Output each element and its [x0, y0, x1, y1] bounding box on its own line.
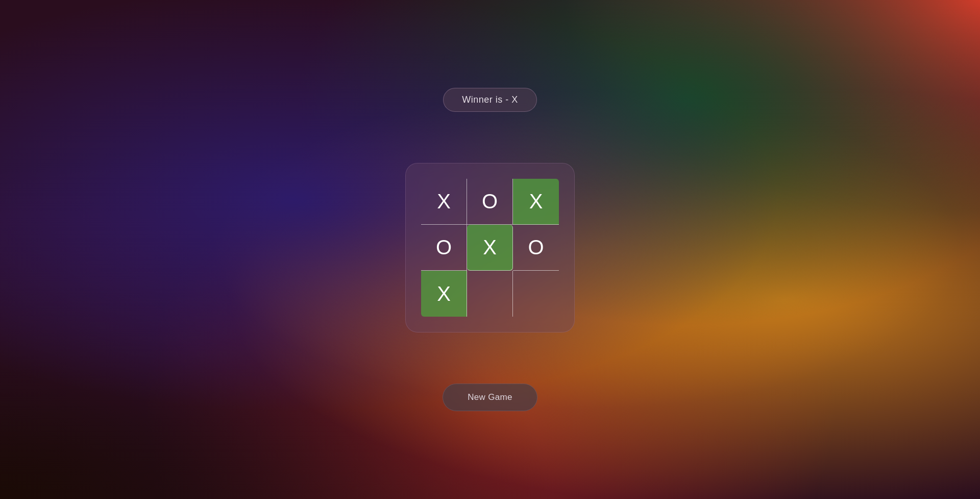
cell-5[interactable]: O [513, 225, 559, 271]
cell-2[interactable]: X [513, 179, 559, 225]
game-grid: XOXOXOX [421, 179, 559, 317]
cell-6[interactable]: X [421, 271, 467, 317]
winner-badge: Winner is - X [443, 88, 537, 112]
cell-8[interactable] [513, 271, 559, 317]
page-content: Winner is - X XOXOXOX New Game [405, 88, 575, 411]
cell-4[interactable]: X [467, 225, 513, 271]
game-board-container: XOXOXOX [405, 163, 575, 332]
cell-7[interactable] [467, 271, 513, 317]
new-game-button[interactable]: New Game [443, 384, 537, 411]
cell-0[interactable]: X [421, 179, 467, 225]
cell-1[interactable]: O [467, 179, 513, 225]
cell-3[interactable]: O [421, 225, 467, 271]
